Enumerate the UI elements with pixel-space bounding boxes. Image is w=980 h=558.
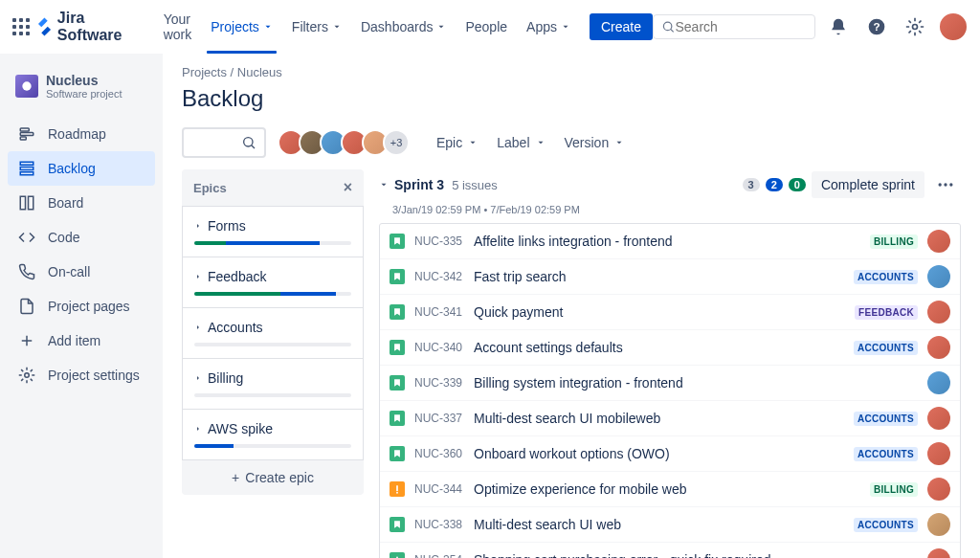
issue-row[interactable]: NUC-340Account settings defaultsACCOUNTS: [380, 330, 960, 366]
create-epic-button[interactable]: + Create epic: [182, 460, 364, 495]
issue-row[interactable]: NUC-360Onboard workout options (OWO)ACCO…: [380, 436, 960, 472]
help-icon[interactable]: ?: [861, 11, 892, 42]
nav-projects[interactable]: Projects: [203, 11, 280, 42]
epic-progress: [194, 241, 351, 245]
epic-badge: ACCOUNTS: [854, 341, 918, 355]
sidebar-item-board[interactable]: Board: [8, 186, 155, 220]
close-epics-icon[interactable]: ×: [344, 179, 352, 196]
assignee-avatar[interactable]: [927, 265, 950, 288]
chevron-down-icon: [263, 22, 273, 32]
svg-rect-8: [26, 32, 30, 35]
issue-title: Onboard workout options (OWO): [474, 446, 844, 461]
assignee-avatar[interactable]: [927, 301, 950, 324]
story-icon: [390, 411, 405, 426]
story-icon: [390, 446, 405, 461]
assignee-avatar[interactable]: [927, 548, 950, 558]
nav-dashboards[interactable]: Dashboards: [353, 11, 455, 42]
assignee-avatar[interactable]: [927, 442, 950, 465]
search-input[interactable]: [675, 19, 807, 34]
filter-label[interactable]: Label: [493, 129, 548, 156]
avatar-more[interactable]: +3: [383, 129, 410, 156]
svg-rect-20: [20, 172, 33, 175]
assignee-avatar[interactable]: [927, 407, 950, 430]
issue-row[interactable]: NUC-337Multi-dest search UI mobilewebACC…: [380, 401, 960, 436]
profile-avatar[interactable]: [938, 11, 969, 42]
assignee-filter[interactable]: +3: [278, 129, 410, 156]
sprint-more-icon[interactable]: [930, 169, 961, 200]
story-icon: [390, 269, 405, 284]
issue-row[interactable]: NUC-339Billing system integration - fron…: [380, 366, 960, 401]
app-switcher-icon[interactable]: [11, 15, 32, 38]
code-icon: [17, 228, 36, 247]
issue-title: Shopping cart purchasing error - quick f…: [474, 552, 918, 558]
sidebar-item-project-settings[interactable]: Project settings: [8, 358, 155, 392]
issue-row[interactable]: NUC-335Affelite links integration - fron…: [380, 224, 960, 259]
nav-filters[interactable]: Filters: [284, 11, 349, 42]
sidebar-item-project-pages[interactable]: Project pages: [8, 289, 155, 324]
issue-row[interactable]: NUC-338Multi-dest search UI webACCOUNTS: [380, 507, 960, 543]
assignee-avatar[interactable]: [927, 371, 950, 394]
backlog-search[interactable]: [182, 127, 266, 158]
project-header[interactable]: Nucleus Software project: [8, 69, 155, 115]
notifications-icon[interactable]: [823, 11, 854, 42]
backlog-icon: [17, 159, 36, 178]
epics-header: Epics ×: [182, 169, 364, 206]
svg-rect-3: [12, 25, 16, 29]
sidebar-item-add-item[interactable]: Add item: [8, 324, 155, 358]
epic-forms[interactable]: Forms: [182, 206, 364, 257]
change-icon: [390, 481, 405, 497]
sidebar-item-on-call[interactable]: On-call: [8, 255, 155, 289]
issue-title: Account settings defaults: [474, 340, 844, 355]
epic-badge: FEEDBACK: [855, 305, 918, 320]
chevron-down-icon: [379, 180, 389, 190]
assignee-avatar[interactable]: [927, 230, 950, 253]
svg-point-9: [663, 22, 671, 30]
settings-icon[interactable]: [900, 11, 930, 42]
top-nav: Jira Software Your workProjects Filters …: [0, 0, 980, 54]
svg-rect-17: [20, 137, 26, 140]
epic-billing[interactable]: Billing: [182, 359, 364, 410]
sidebar-item-roadmap[interactable]: Roadmap: [8, 117, 155, 151]
issue-title: Multi-dest search UI mobileweb: [474, 411, 844, 426]
create-button[interactable]: Create: [590, 13, 653, 40]
epic-feedback[interactable]: Feedback: [182, 257, 364, 308]
complete-sprint-button[interactable]: Complete sprint: [812, 171, 924, 198]
jira-logo[interactable]: Jira Software: [35, 10, 141, 44]
filter-epic[interactable]: Epic: [433, 129, 481, 156]
breadcrumb-root[interactable]: Projects: [182, 65, 227, 79]
assignee-avatar[interactable]: [927, 478, 950, 501]
issue-row[interactable]: NUC-344Optimize experience for mobile we…: [380, 472, 960, 507]
svg-rect-32: [396, 492, 398, 494]
epic-aws-spike[interactable]: AWS spike: [182, 410, 364, 460]
issue-key: NUC-344: [414, 482, 464, 496]
svg-rect-15: [20, 128, 29, 131]
sidebar-item-backlog[interactable]: Backlog: [8, 151, 155, 186]
issue-row[interactable]: NUC-341Quick paymentFEEDBACK: [380, 295, 960, 330]
breadcrumb: Projects / Nucleus: [182, 65, 961, 79]
epic-progress: [194, 444, 351, 448]
assignee-avatar[interactable]: [927, 513, 950, 536]
nav-people[interactable]: People: [457, 11, 515, 42]
issue-title: Affelite links integration - frontend: [474, 234, 860, 249]
sidebar-item-code[interactable]: Code: [8, 220, 155, 255]
global-search[interactable]: [653, 14, 815, 39]
plus-icon: +: [232, 470, 239, 485]
issue-key: NUC-342: [414, 270, 464, 283]
issue-row[interactable]: NUC-342Fast trip searchACCOUNTS: [380, 259, 960, 295]
filter-version[interactable]: Version: [561, 129, 629, 156]
issue-title: Fast trip search: [474, 269, 844, 284]
epic-badge: ACCOUNTS: [854, 518, 918, 532]
issue-row[interactable]: NUC-354Shopping cart purchasing error - …: [380, 543, 960, 558]
logo-text: Jira Software: [57, 10, 141, 44]
nav-your-work[interactable]: Your work: [156, 4, 200, 50]
page-title: Backlog: [182, 85, 961, 112]
assignee-avatar[interactable]: [927, 336, 950, 359]
epic-accounts[interactable]: Accounts: [182, 308, 364, 359]
toolbar: +3 Epic Label Version: [182, 127, 961, 158]
sidebar: Nucleus Software project RoadmapBacklogB…: [0, 54, 163, 558]
svg-rect-22: [29, 196, 33, 210]
story-icon: [390, 375, 405, 391]
sprint-toggle[interactable]: Sprint 3: [379, 177, 444, 192]
nav-apps[interactable]: Apps: [519, 11, 578, 42]
breadcrumb-project: Nucleus: [237, 65, 282, 79]
